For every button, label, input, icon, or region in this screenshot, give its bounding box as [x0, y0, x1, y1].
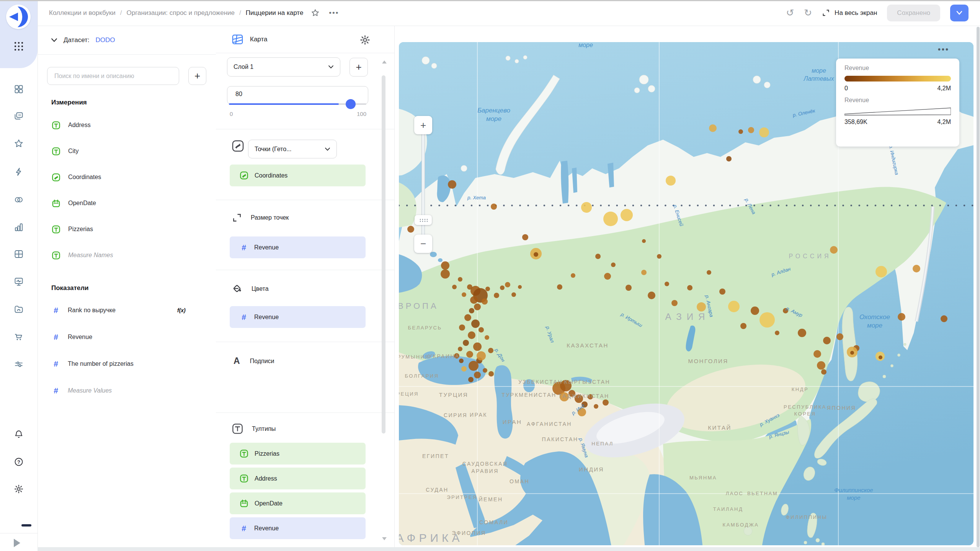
pizzeria-point[interactable] [477, 351, 486, 360]
undo-icon[interactable]: ↺ [786, 8, 794, 18]
pizzeria-point[interactable] [474, 372, 481, 378]
pizzeria-point[interactable] [575, 395, 583, 403]
field-row[interactable]: #Rank по выручкеf(x) [38, 297, 216, 324]
chart-settings-gear-icon[interactable] [359, 34, 371, 46]
pizzeria-point[interactable] [798, 329, 806, 337]
search-input[interactable] [47, 67, 179, 85]
pizzeria-point[interactable] [748, 127, 754, 133]
pizzeria-point[interactable] [522, 234, 528, 240]
pizzeria-point[interactable] [483, 368, 487, 373]
pizzeria-point[interactable] [473, 342, 482, 351]
field-row[interactable]: City [38, 138, 216, 164]
pizzeria-point[interactable] [441, 269, 450, 279]
pizzeria-point[interactable] [875, 266, 887, 277]
expand-rail-icon[interactable] [14, 539, 20, 547]
field-row[interactable]: #Measure Values [38, 377, 216, 404]
tooltip-field-chip[interactable]: OpenDate [230, 492, 366, 514]
breadcrumb-item[interactable]: Организации: спрос и предложение [126, 9, 235, 17]
pizzeria-point[interactable] [466, 351, 473, 358]
pizzeria-point[interactable] [709, 124, 717, 132]
pizzeria-point[interactable] [813, 350, 821, 358]
fullscreen-button[interactable]: На весь экран [822, 9, 877, 17]
pizzeria-point[interactable] [626, 285, 632, 291]
collapse-handle[interactable] [21, 524, 31, 527]
map-overflow-menu[interactable]: ••• [938, 45, 949, 54]
pizzeria-point[interactable] [454, 353, 459, 359]
add-layer-button[interactable]: + [350, 58, 368, 77]
pizzeria-point[interactable] [821, 369, 826, 375]
pizzeria-point[interactable] [458, 277, 462, 282]
pizzeria-point[interactable] [568, 390, 575, 397]
pizzeria-point[interactable] [760, 312, 775, 328]
scroll-down-arrow[interactable] [382, 537, 387, 540]
pizzeria-point[interactable] [740, 323, 746, 329]
pizzeria-point[interactable] [500, 285, 505, 290]
add-field-button[interactable]: + [188, 67, 206, 85]
field-row[interactable]: Pizzerias [38, 216, 216, 242]
pizzeria-point[interactable] [491, 204, 497, 210]
dataset-header[interactable]: Датасет: DODO [38, 26, 216, 54]
field-row[interactable]: OpenDate [38, 190, 216, 216]
zoom-slider-handle[interactable] [415, 215, 432, 225]
pizzeria-point[interactable] [595, 254, 601, 259]
pizzeria-point[interactable] [817, 361, 825, 370]
pizzeria-point[interactable] [726, 156, 732, 161]
pizzeria-point[interactable] [441, 261, 449, 270]
opacity-slider-thumb[interactable] [346, 99, 356, 109]
pizzeria-point[interactable] [775, 331, 779, 335]
pizzeria-point[interactable] [461, 366, 467, 372]
help-icon[interactable]: ? [14, 457, 24, 467]
page-overflow-menu[interactable]: ••• [329, 9, 339, 17]
pizzeria-point[interactable] [578, 408, 586, 416]
saved-button[interactable]: Сохранено [887, 5, 940, 21]
pizzeria-point[interactable] [468, 377, 474, 382]
monitor-icon[interactable] [14, 277, 24, 287]
geotype-select[interactable]: Точки (Гето... [248, 140, 337, 158]
pizzeria-point[interactable] [604, 273, 611, 280]
bell-icon[interactable] [14, 429, 24, 440]
pizzeria-point[interactable] [511, 292, 516, 297]
pizzeria-point[interactable] [518, 285, 522, 289]
apps-grid-icon[interactable] [14, 41, 24, 51]
pizzeria-point[interactable] [485, 287, 490, 291]
breadcrumb-item[interactable]: Пиццерии на карте [246, 9, 304, 17]
pizzeria-point[interactable] [783, 308, 788, 313]
pizzeria-point[interactable] [485, 335, 489, 340]
storage-box-icon[interactable] [14, 304, 24, 315]
page-scrollbar[interactable] [977, 27, 980, 547]
field-row[interactable]: #The number of pizzerias [38, 350, 216, 377]
pizzeria-point[interactable] [482, 298, 488, 305]
pizzeria-point[interactable] [560, 380, 572, 391]
pizzeria-point[interactable] [581, 202, 592, 213]
pizzeria-point[interactable] [687, 285, 693, 290]
save-dropdown-button[interactable] [950, 5, 969, 21]
pizzeria-point[interactable] [603, 399, 609, 406]
pizzeria-point[interactable] [719, 289, 725, 295]
pizzeria-point[interactable] [505, 282, 510, 287]
tooltip-field-chip[interactable]: Address [230, 468, 366, 489]
pizzeria-point[interactable] [407, 226, 414, 233]
pizzeria-point[interactable] [468, 331, 475, 339]
pizzeria-point[interactable] [488, 371, 494, 377]
field-row[interactable]: Coordinates [38, 164, 216, 190]
collections-icon[interactable] [14, 111, 24, 122]
pizzeria-point[interactable] [913, 265, 920, 272]
pizzeria-point[interactable] [459, 324, 465, 331]
pizzeria-point[interactable] [588, 394, 593, 399]
layer-opacity-box[interactable]: 80 [227, 86, 368, 104]
pizzeria-point[interactable] [488, 348, 493, 353]
pizzeria-point[interactable] [728, 301, 740, 312]
opacity-value[interactable]: 80 [235, 91, 242, 98]
gear-icon[interactable] [14, 484, 24, 494]
dataset-name-link[interactable]: DODO [96, 36, 115, 44]
favorite-star-icon[interactable] [311, 8, 320, 17]
scroll-up-arrow[interactable] [382, 60, 387, 64]
pizzeria-point[interactable] [738, 129, 743, 134]
size-field-chip[interactable]: #Revenue [230, 236, 366, 258]
pizzeria-point[interactable] [469, 361, 479, 371]
pizzeria-point[interactable] [641, 270, 647, 275]
field-row[interactable]: Address [38, 112, 216, 138]
pizzeria-point[interactable] [458, 347, 462, 351]
pizzeria-point[interactable] [534, 252, 538, 257]
pizzeria-point[interactable] [494, 293, 499, 298]
